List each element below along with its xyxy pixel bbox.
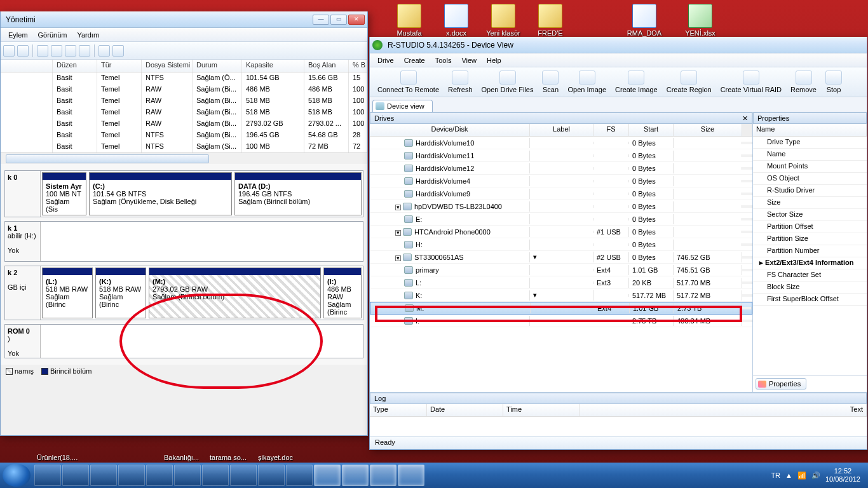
toolbar-icon[interactable] bbox=[17, 45, 29, 57]
drive-row[interactable]: E:0 Bytes bbox=[370, 213, 752, 226]
start-button[interactable] bbox=[3, 464, 31, 487]
system-tray[interactable]: TR ▲ 📶 🔊 12:52 10/08/2012 bbox=[771, 467, 865, 484]
drive-row[interactable]: HarddiskVolume120 Bytes bbox=[370, 162, 752, 175]
disk-block-0[interactable]: k 0 Sistem Ayr100 MB NTSağlam (Sis (C:)1… bbox=[4, 170, 363, 217]
taskbar-powerpoint[interactable] bbox=[314, 464, 341, 486]
taskbar-itunes[interactable] bbox=[258, 464, 285, 486]
close-icon[interactable]: ✕ bbox=[742, 114, 748, 123]
drive-row[interactable]: ▾ST33000651AS▾#2 USB0 Bytes746.52 GB bbox=[370, 251, 752, 264]
toolbar-create-image[interactable]: Create Image bbox=[611, 69, 662, 95]
toolbar-refresh[interactable]: Refresh bbox=[444, 69, 477, 95]
taskbar-ie[interactable] bbox=[34, 464, 61, 486]
disk-block-2[interactable]: k 2GB içi (L:)518 MB RAWSağlam (Birinc (… bbox=[4, 266, 363, 320]
toolbar-create-virtual-raid[interactable]: Create Virtual RAID bbox=[716, 69, 786, 95]
maximize-button[interactable]: ▭ bbox=[330, 15, 347, 25]
property-row[interactable]: Sector Size bbox=[753, 209, 867, 221]
property-row[interactable]: Partition Size bbox=[753, 233, 867, 245]
toolbar-create-region[interactable]: Create Region bbox=[662, 69, 716, 95]
property-row[interactable]: Name bbox=[753, 149, 867, 161]
volume-list[interactable]: BasitTemelNTFSSağlam (Ö...101.54 GB15.66… bbox=[1, 72, 367, 152]
toolbar-icon[interactable] bbox=[79, 45, 90, 57]
drive-row[interactable]: L:Ext320 KB517.70 MB bbox=[370, 276, 752, 289]
property-row[interactable]: R-Studio Driver bbox=[753, 185, 867, 197]
volume-row[interactable]: BasitTemelNTFSSağlam (Ö...101.54 GB15.66… bbox=[1, 72, 367, 84]
drive-row[interactable]: HarddiskVolume40 Bytes bbox=[370, 175, 752, 187]
toolbar-icon[interactable] bbox=[98, 45, 110, 57]
property-row[interactable]: OS Object bbox=[753, 173, 867, 185]
taskbar-mediaplayer[interactable] bbox=[90, 464, 117, 486]
titlebar[interactable]: Yönetimi — ▭ ✕ bbox=[1, 11, 367, 28]
drive-row[interactable]: primaryExt41.01 GB745.51 GB bbox=[370, 264, 752, 276]
property-row[interactable]: Partition Number bbox=[753, 245, 867, 257]
tab-device-view[interactable]: Device view bbox=[372, 100, 433, 112]
property-row[interactable]: First SuperBlock Offset bbox=[753, 294, 867, 306]
tray-network-icon[interactable]: 📶 bbox=[797, 471, 806, 480]
property-row[interactable]: Partition Offset bbox=[753, 221, 867, 233]
taskbar-explorer[interactable] bbox=[62, 464, 89, 486]
taskbar-rstudio[interactable] bbox=[370, 464, 397, 486]
desktop-icon[interactable]: x.docx bbox=[437, 4, 475, 37]
tray-volume-icon[interactable]: 🔊 bbox=[811, 471, 820, 480]
property-row[interactable]: Drive Type bbox=[753, 137, 867, 149]
menu-gorunum[interactable]: Görünüm bbox=[33, 30, 72, 40]
volume-row[interactable]: BasitTemelRAWSağlam (Bi...2793.02 GB2793… bbox=[1, 118, 367, 130]
property-row[interactable]: Block Size bbox=[753, 281, 867, 294]
volume-row[interactable]: BasitTemelRAWSağlam (Bi...486 MB486 MB10… bbox=[1, 84, 367, 95]
property-row[interactable]: ▸ Ext2/Ext3/Ext4 Information bbox=[753, 257, 867, 269]
tray-flag-icon[interactable]: ▲ bbox=[785, 471, 792, 479]
menu-drive[interactable]: Drive bbox=[372, 55, 399, 65]
minimize-button[interactable]: — bbox=[313, 15, 329, 25]
menu-create[interactable]: Create bbox=[399, 55, 430, 65]
drive-row[interactable]: H:0 Bytes bbox=[370, 238, 752, 251]
volume-row[interactable]: BasitTemelRAWSağlam (Bi...518 MB518 MB10… bbox=[1, 107, 367, 118]
volume-row[interactable]: BasitTemelNTFSSağlam (Bi...196.45 GB54.6… bbox=[1, 130, 367, 141]
desktop-icon[interactable]: YENİ.xlsx bbox=[681, 4, 719, 37]
clock-date[interactable]: 10/08/2012 bbox=[825, 475, 860, 484]
toolbar-icon[interactable] bbox=[3, 45, 15, 57]
menu-view[interactable]: View bbox=[456, 55, 482, 65]
taskbar-app[interactable] bbox=[146, 464, 173, 486]
drive-row[interactable]: HarddiskVolume90 Bytes bbox=[370, 187, 752, 200]
disk-block-1[interactable]: k 1abilir (H:)Yok bbox=[4, 221, 363, 262]
toolbar-scan[interactable]: Scan bbox=[538, 69, 563, 95]
titlebar[interactable]: R-STUDIO 5.4.134265 - Device View bbox=[370, 37, 867, 53]
toolbar-stop[interactable]: Stop bbox=[821, 69, 846, 95]
property-row[interactable]: Size bbox=[753, 197, 867, 209]
properties-button[interactable]: Properties bbox=[756, 378, 806, 390]
drive-row[interactable]: I:2.75 TB486.34 MB bbox=[370, 315, 752, 327]
desktop-icon[interactable]: Yeni klasör bbox=[484, 4, 522, 37]
toolbar-open-drive-files[interactable]: Open Drive Files bbox=[477, 69, 538, 95]
clock-time[interactable]: 12:52 bbox=[825, 467, 860, 475]
menu-yardim[interactable]: Yardım bbox=[72, 30, 104, 40]
drive-row[interactable]: M:Ext41.01 GB2.73 TB bbox=[370, 302, 752, 315]
desktop-icon[interactable]: Mustafa bbox=[390, 4, 428, 37]
drive-row[interactable]: K:▾517.72 MB517.72 MB bbox=[370, 289, 752, 302]
drive-row[interactable]: ▾HTCAndroid Phone0000#1 USB0 Bytes bbox=[370, 226, 752, 238]
taskbar-paint[interactable] bbox=[342, 464, 369, 486]
toolbar-icon[interactable] bbox=[37, 45, 48, 57]
drive-row[interactable]: ▾hpDVDWBD TS-LB23L04000 Bytes bbox=[370, 200, 752, 213]
taskbar-firefox[interactable] bbox=[174, 464, 201, 486]
disk-block-rom[interactable]: ROM 0)Yok bbox=[4, 324, 363, 358]
toolbar-icon[interactable] bbox=[112, 45, 124, 57]
taskbar-app[interactable] bbox=[230, 464, 257, 486]
toolbar-icon[interactable] bbox=[65, 45, 76, 57]
toolbar-open-image[interactable]: Open Image bbox=[563, 69, 611, 95]
menu-help[interactable]: Help bbox=[482, 55, 506, 65]
properties-list[interactable]: Drive TypeNameMount PointsOS ObjectR-Stu… bbox=[753, 137, 867, 375]
language-indicator[interactable]: TR bbox=[771, 471, 780, 479]
close-button[interactable]: ✕ bbox=[348, 15, 365, 25]
toolbar-icon[interactable] bbox=[51, 45, 62, 57]
drive-row[interactable]: HarddiskVolume110 Bytes bbox=[370, 149, 752, 162]
toolbar-remove[interactable]: Remove bbox=[786, 69, 821, 95]
toolbar-connect-to-remote[interactable]: Connect To Remote bbox=[373, 69, 444, 95]
taskbar-outlook[interactable] bbox=[118, 464, 145, 486]
horizontal-scrollbar[interactable] bbox=[1, 152, 367, 164]
drive-row[interactable]: HarddiskVolume100 Bytes bbox=[370, 137, 752, 149]
drives-list[interactable]: HarddiskVolume100 BytesHarddiskVolume110… bbox=[370, 137, 752, 392]
menu-eylem[interactable]: Eylem bbox=[3, 30, 33, 40]
taskbar[interactable]: TR ▲ 📶 🔊 12:52 10/08/2012 bbox=[0, 463, 868, 488]
volume-row[interactable]: BasitTemelRAWSağlam (Bi...518 MB518 MB10… bbox=[1, 95, 367, 107]
taskbar-chrome[interactable] bbox=[202, 464, 229, 486]
property-row[interactable]: FS Character Set bbox=[753, 269, 867, 281]
